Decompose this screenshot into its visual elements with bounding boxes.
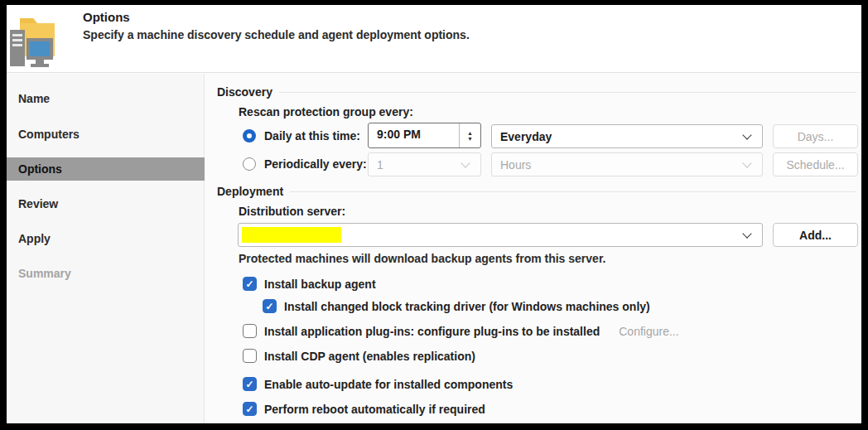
- spinner-up-icon[interactable]: ▲: [467, 130, 473, 136]
- periodically-radio[interactable]: [243, 157, 256, 171]
- distribution-server-label: Distribution server:: [239, 205, 345, 218]
- deployment-group-label: Deployment: [217, 185, 283, 198]
- add-button[interactable]: Add...: [773, 223, 858, 247]
- checkbox-label[interactable]: Enable auto-update for installed compone…: [264, 378, 513, 391]
- sidebar-item-options[interactable]: Options: [7, 157, 205, 181]
- sidebar-item-name[interactable]: Name: [7, 87, 205, 110]
- install-cbt-driver-row: Install changed block tracking driver (f…: [263, 299, 650, 313]
- configure-button: Configure...: [619, 325, 678, 338]
- chevron-down-icon: [742, 229, 751, 238]
- chevron-down-icon: [742, 158, 751, 167]
- install-cdp-agent-row: Install CDP agent (enables replication): [243, 349, 475, 363]
- sidebar-item-review[interactable]: Review: [7, 192, 205, 215]
- rescan-label: Rescan protection group every:: [239, 105, 413, 118]
- daily-frequency-value: Everyday: [492, 130, 737, 143]
- daily-frequency-combo[interactable]: Everyday: [491, 124, 763, 148]
- daily-radio[interactable]: [243, 129, 256, 143]
- install-backup-agent-row: Install backup agent: [243, 277, 376, 291]
- daily-radio-label[interactable]: Daily at this time:: [264, 129, 360, 143]
- periodically-radio-label[interactable]: Periodically every:: [264, 157, 367, 171]
- wizard-header: Options Specify a machine discovery sche…: [7, 5, 861, 73]
- chevron-down-icon: [461, 158, 470, 167]
- install-plugins-row: Install application plug-ins: configure …: [243, 324, 679, 338]
- wizard-window: Options Specify a machine discovery sche…: [7, 5, 861, 423]
- page-subtitle: Specify a machine discovery schedule and…: [83, 28, 470, 41]
- daily-time-value[interactable]: 9:00 PM: [369, 123, 459, 147]
- install-backup-agent-checkbox[interactable]: [243, 277, 257, 291]
- periodic-unit-value: Hours: [492, 158, 737, 172]
- group-divider: [279, 92, 856, 93]
- spinner-down-icon[interactable]: ▼: [467, 136, 473, 142]
- distribution-server-combo[interactable]: [238, 223, 763, 247]
- sidebar-item-computers[interactable]: Computers: [7, 123, 205, 146]
- auto-update-row: Enable auto-update for installed compone…: [243, 377, 513, 391]
- sidebar-item-apply[interactable]: Apply: [7, 227, 205, 250]
- checkbox-label[interactable]: Install CDP agent (enables replication): [264, 350, 475, 363]
- periodic-unit-combo: Hours: [491, 152, 763, 176]
- install-plugins-checkbox[interactable]: [243, 324, 257, 338]
- checkbox-label[interactable]: Perform reboot automatically if required: [264, 403, 485, 416]
- periodic-interval-value: 1: [369, 158, 456, 172]
- redacted-server-name: [242, 227, 341, 243]
- days-button: Days...: [773, 124, 858, 148]
- reboot-row: Perform reboot automatically if required: [243, 402, 485, 416]
- folder-computer-icon: [8, 10, 58, 70]
- auto-update-checkbox[interactable]: [243, 377, 257, 391]
- install-cdp-agent-checkbox[interactable]: [243, 349, 257, 363]
- deployment-group-header: Deployment: [217, 185, 856, 198]
- discovery-group-label: Discovery: [217, 85, 272, 99]
- group-divider: [290, 191, 856, 192]
- install-cbt-driver-checkbox[interactable]: [263, 299, 277, 313]
- discovery-group-header: Discovery: [217, 85, 856, 99]
- reboot-checkbox[interactable]: [243, 402, 257, 416]
- checkbox-label[interactable]: Install application plug-ins: configure …: [264, 325, 600, 338]
- distribution-helper-text: Protected machines will download backup …: [239, 252, 605, 265]
- sidebar-item-summary: Summary: [7, 262, 205, 285]
- checkbox-label[interactable]: Install changed block tracking driver (f…: [284, 300, 650, 313]
- page-title: Options: [83, 10, 130, 24]
- checkbox-label[interactable]: Install backup agent: [264, 278, 376, 291]
- wizard-steps-sidebar: Name Computers Options Review Apply Summ…: [7, 74, 205, 423]
- chevron-down-icon: [742, 130, 751, 139]
- schedule-button: Schedule...: [773, 152, 858, 176]
- daily-time-spinbox[interactable]: 9:00 PM ▲▼: [368, 123, 481, 148]
- screenshot-frame: Options Specify a machine discovery sche…: [0, 0, 868, 430]
- periodic-interval-combo: 1: [368, 152, 481, 176]
- time-spinner-arrows[interactable]: ▲▼: [459, 123, 480, 147]
